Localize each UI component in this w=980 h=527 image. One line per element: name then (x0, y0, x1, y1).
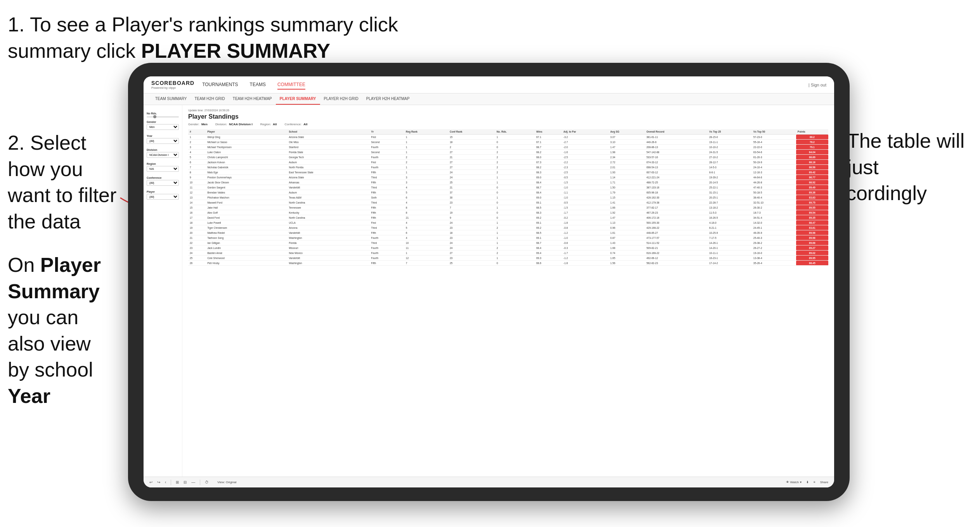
table-cell: 440-26-6 (645, 140, 708, 145)
table-cell: 83.83 (796, 195, 828, 200)
col-num: # (188, 129, 206, 135)
table-cell: 24 (448, 175, 495, 180)
table-cell: 13-18-2 (708, 205, 752, 210)
table-cell: -1.0 (562, 195, 609, 200)
table-cell: Tennessee (287, 205, 370, 210)
table-cell: 67.1 (535, 140, 562, 145)
table-cell: Vanderbilt (287, 230, 370, 235)
table-cell: 3.10 (609, 140, 645, 145)
division-select[interactable]: NCAA Division I (147, 152, 179, 158)
table-cell: Florida State (287, 150, 370, 155)
table-cell: 22-22-0 (752, 145, 796, 150)
table-cell: Missouri (287, 245, 370, 251)
clock-icon[interactable]: ⏱ (205, 480, 209, 484)
sub-nav-team-h2h-grid[interactable]: TEAM H2H GRID (191, 93, 229, 105)
table-cell: 6 (188, 160, 206, 165)
player-select[interactable]: (All) (147, 194, 179, 200)
table-cell: 428-192-30 (645, 195, 708, 200)
sub-nav-player-h2h-grid[interactable]: PLAYER H2H GRID (320, 93, 362, 105)
redo-icon[interactable]: ↪ (157, 480, 160, 484)
table-cell: 3 (404, 180, 448, 185)
table-cell: First (369, 220, 404, 225)
no-rds-slider[interactable] (147, 116, 179, 117)
table-cell: 387-133-16 (645, 185, 708, 190)
grid-icon[interactable]: ⊟ (184, 480, 187, 484)
table-cell: 4 (404, 185, 448, 190)
nav-tournaments[interactable]: TOURNAMENTS (202, 80, 238, 90)
table-cell: 44-64-6 (752, 175, 796, 180)
conference-select[interactable]: (All) (147, 180, 179, 186)
table-cell: 4-18-0 (708, 220, 752, 225)
table-cell: 24 (188, 251, 206, 256)
table-cell: 89.35 (796, 215, 828, 220)
table-cell: 1.66 (609, 205, 645, 210)
sign-out-link[interactable]: | Sign out (809, 83, 826, 87)
table-cell: 1.65 (609, 256, 645, 261)
table-cell: 412-221-24 (645, 175, 708, 180)
table-cell: 1.79 (609, 190, 645, 195)
table-cell: 23 (448, 200, 495, 205)
table-cell: 5 (404, 190, 448, 195)
table-cell: 2 (495, 165, 535, 170)
table-row: 11Gordon SargentVanderbiltThird421068.7-… (188, 185, 828, 190)
table-cell: 3 (404, 175, 448, 180)
table-cell: 2 (495, 150, 535, 155)
table-cell: 1.43 (609, 240, 645, 245)
table-cell: 1 (495, 180, 535, 185)
share-button[interactable]: Share (820, 480, 828, 484)
table-cell: 20-25-1 (708, 195, 752, 200)
table-cell: Luke Powell (206, 220, 287, 225)
table-cell: 448-85-27 (645, 230, 708, 235)
table-cell: 1 (404, 145, 448, 150)
eye-icon: 👁 (786, 480, 789, 484)
download-button[interactable]: ⬇ (806, 480, 809, 484)
undo-icon[interactable]: ↩ (149, 480, 152, 484)
table-cell: 500-155-30 (645, 220, 708, 225)
dash-icon[interactable]: — (191, 480, 195, 484)
table-cell: 4 (188, 150, 206, 155)
copy-icon[interactable]: ⊞ (176, 480, 179, 484)
view-label[interactable]: View: Original (217, 480, 236, 484)
nav-teams[interactable]: TEAMS (250, 80, 266, 90)
sub-nav-player-h2h-heatmap[interactable]: PLAYER H2H HEATMAP (362, 93, 414, 105)
table-cell: East Tennessee State (287, 170, 370, 175)
watch-label: Watch (790, 480, 799, 484)
step1-bold: PLAYER SUMMARY (141, 40, 330, 62)
tablet-device: SCOREBOARD Powered by clippi TOURNAMENTS… (128, 63, 850, 501)
table-cell: 3 (188, 145, 206, 150)
col-conf-rank: Conf Rank (448, 129, 495, 135)
nav-committee[interactable]: COMMITTEE (277, 80, 305, 90)
table-cell: 0 (495, 200, 535, 205)
table-cell: 24-45-1 (752, 225, 796, 230)
sub-nav-player-summary[interactable]: PLAYER SUMMARY (276, 93, 320, 105)
table-cell: 18 (448, 230, 495, 235)
table-cell: 2 (495, 160, 535, 165)
table-cell: Wenyi Ding (206, 135, 287, 140)
gender-select[interactable]: Men (147, 124, 179, 130)
table-cell: 4 (404, 200, 448, 205)
table-cell: 381-61-11 (645, 135, 708, 140)
table-cell: 21 (404, 215, 448, 220)
table-cell: 50-18-5 (752, 190, 796, 195)
region-select[interactable]: N/A (147, 166, 179, 172)
table-cell: 89.27 (796, 245, 828, 251)
sub-nav-team-summary[interactable]: TEAM SUMMARY (151, 93, 191, 105)
list-button[interactable]: ≡ (814, 480, 816, 484)
back-icon[interactable]: ‹ (165, 480, 166, 484)
conference-filter-label: Conference: (285, 123, 302, 126)
watch-button[interactable]: 👁 Watch ▾ (786, 480, 802, 484)
year-select[interactable]: (All) (147, 138, 179, 144)
sub-nav-team-h2h-heatmap[interactable]: TEAM H2H HEATMAP (229, 93, 276, 105)
table-cell: Fifth (369, 210, 404, 215)
table-cell: -1.7 (562, 251, 609, 256)
table-cell: 24 (448, 245, 495, 251)
table-cell: 1.56 (609, 261, 645, 266)
table-cell: 1 (495, 195, 535, 200)
table-cell: 1 (495, 135, 535, 140)
table-cell: 17 (188, 215, 206, 220)
table-cell: -0.5 (562, 200, 609, 205)
table-cell: 89.42 (796, 170, 828, 175)
table-cell: 55-16-4 (752, 140, 796, 145)
table-cell: Fifth (369, 230, 404, 235)
table-cell: 37 (448, 190, 495, 195)
